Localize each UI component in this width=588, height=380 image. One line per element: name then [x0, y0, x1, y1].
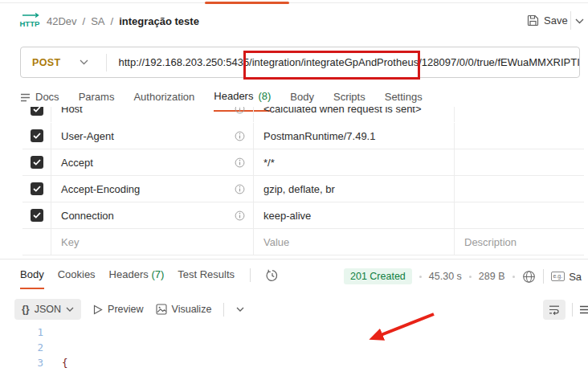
header-value[interactable]: <calculated when request is sent> — [263, 107, 422, 115]
docs-icon — [20, 92, 31, 103]
header-key[interactable]: Connection — [61, 210, 114, 222]
info-icon — [235, 157, 245, 168]
line-number: 2 — [22, 340, 43, 355]
save-options-chevron-icon[interactable] — [575, 18, 584, 24]
tab-label: Settings — [385, 91, 423, 104]
response-body-toolbar-right — [543, 300, 588, 320]
json-content: { "message": "Request failed with status… — [62, 325, 375, 380]
api-client-window: HTTP 42Dev / SA / integração teste Save … — [0, 0, 588, 380]
status-badge[interactable]: 201 Created — [344, 268, 412, 284]
chevron-down-icon — [66, 307, 74, 312]
method-chevron-icon[interactable] — [80, 59, 88, 65]
toolbar-divider — [223, 303, 224, 317]
headers-row-clipped: Host <calculated when request is sent> — [22, 107, 584, 123]
tab-label: Cookies — [58, 268, 96, 280]
table-row: Accept-Encoding gzip, deflate, br — [22, 176, 584, 202]
response-tab-test-results[interactable]: Test Results — [178, 268, 235, 288]
tab-label: Body — [20, 268, 44, 280]
response-tab-body[interactable]: Body — [20, 268, 44, 289]
tab-label: Headers — [214, 90, 253, 103]
breadcrumb: 42Dev / SA / integração teste — [47, 15, 199, 27]
tab-label: Scripts — [333, 91, 365, 104]
more-formats-chevron-icon[interactable] — [236, 307, 244, 312]
format-label: JSON — [35, 304, 61, 315]
method-selector[interactable]: POST — [21, 57, 78, 68]
response-section-divider — [0, 259, 588, 259]
history-icon[interactable] — [266, 269, 279, 282]
row-checkbox[interactable] — [31, 129, 43, 142]
info-icon — [235, 131, 245, 141]
search-in-body-icon[interactable] — [579, 304, 588, 315]
breadcrumb-separator: / — [111, 15, 114, 27]
top-tabstrip-border — [0, 2, 588, 3]
preview-label: Preview — [108, 304, 143, 315]
wrap-text-button[interactable] — [543, 300, 566, 320]
line-number: 1 — [22, 325, 43, 340]
row-checkbox[interactable] — [31, 209, 43, 222]
info-icon — [235, 107, 245, 114]
header-divider — [570, 11, 571, 30]
line-number: 3 — [22, 355, 43, 370]
response-meta: 201 Created 45.30 s 289 B e.g. Sa — [344, 268, 582, 284]
request-url-bar: POST http://192.168.203.250:5435/integra… — [20, 47, 580, 78]
url-input[interactable]: http://192.168.203.250:5435/integration/… — [118, 56, 579, 68]
row-checkbox[interactable] — [31, 107, 43, 116]
format-dropdown[interactable]: {} JSON — [14, 299, 81, 320]
active-request-tab-indicator — [205, 2, 289, 4]
save-icon — [527, 14, 539, 27]
code-line: { — [62, 355, 375, 370]
response-tabs: Body Cookies Headers (7) Test Results — [20, 268, 279, 289]
value-input[interactable]: Value — [263, 236, 289, 248]
tab-label: Params — [79, 91, 115, 104]
table-row: Host <calculated when request is sent> — [22, 107, 584, 122]
header-key[interactable]: Host — [61, 107, 83, 115]
header-value[interactable]: PostmanRuntime/7.49.1 — [263, 130, 375, 142]
key-input[interactable]: Key — [61, 236, 79, 248]
header-key[interactable]: Accept-Encoding — [61, 183, 140, 195]
breadcrumb-collection[interactable]: SA — [91, 15, 104, 27]
url-highlighted-segment: integration/integrateGpAndProtheus/ — [252, 56, 422, 68]
description-input[interactable]: Description — [464, 236, 517, 248]
header-value[interactable]: keep-alive — [263, 210, 311, 222]
header-key[interactable]: User-Agent — [61, 130, 114, 142]
response-time[interactable]: 45.30 s — [429, 271, 462, 282]
open-brace: { — [62, 357, 68, 369]
request-title[interactable]: integração teste — [119, 15, 199, 27]
tab-count: (8) — [258, 90, 271, 103]
tab-label: Body — [290, 91, 314, 104]
braces-icon: {} — [22, 304, 30, 315]
tab-count: (7) — [151, 268, 164, 280]
response-tabs-divider — [250, 268, 251, 282]
globe-icon[interactable] — [522, 270, 536, 284]
tab-label: Authorization — [133, 91, 194, 104]
response-size[interactable]: 289 B — [479, 271, 505, 282]
table-row-new: Key Value Description — [22, 229, 584, 255]
visualize-button[interactable]: Visualize — [156, 304, 212, 315]
header-key[interactable]: Accept — [61, 157, 93, 169]
tab-label: Headers — [109, 268, 149, 280]
header-value[interactable]: */* — [263, 157, 275, 169]
line-number-gutter: 1 2 3 — [22, 325, 43, 370]
row-checkbox[interactable] — [31, 182, 43, 195]
save-button[interactable]: Save — [527, 14, 568, 27]
meta-dot — [419, 276, 422, 278]
preview-button[interactable]: Preview — [93, 304, 143, 315]
url-bar-divider — [106, 54, 107, 72]
save-as-example-button[interactable]: e.g. Sa — [551, 271, 582, 283]
save-label: Save — [544, 14, 568, 27]
header-value[interactable]: gzip, deflate, br — [263, 183, 335, 195]
http-request-icon: HTTP — [18, 12, 43, 30]
headers-table: User-Agent PostmanRuntime/7.49.1 Accept … — [22, 123, 584, 255]
response-body-toolbar: {} JSON Preview Visualize — [14, 299, 244, 320]
url-suffix: 128097/0/0/true/fEWuaMMXRIPTI ... — [422, 56, 579, 68]
example-icon: e.g. — [551, 272, 566, 281]
row-checkbox[interactable] — [31, 156, 43, 169]
image-icon — [156, 304, 167, 315]
breadcrumb-workspace[interactable]: 42Dev — [47, 15, 77, 27]
breadcrumb-separator: / — [83, 15, 86, 27]
play-icon — [93, 304, 103, 315]
response-tab-cookies[interactable]: Cookies — [58, 268, 96, 288]
wrap-text-icon — [549, 304, 560, 315]
info-icon — [235, 210, 245, 221]
response-tab-headers[interactable]: Headers (7) — [109, 268, 165, 288]
